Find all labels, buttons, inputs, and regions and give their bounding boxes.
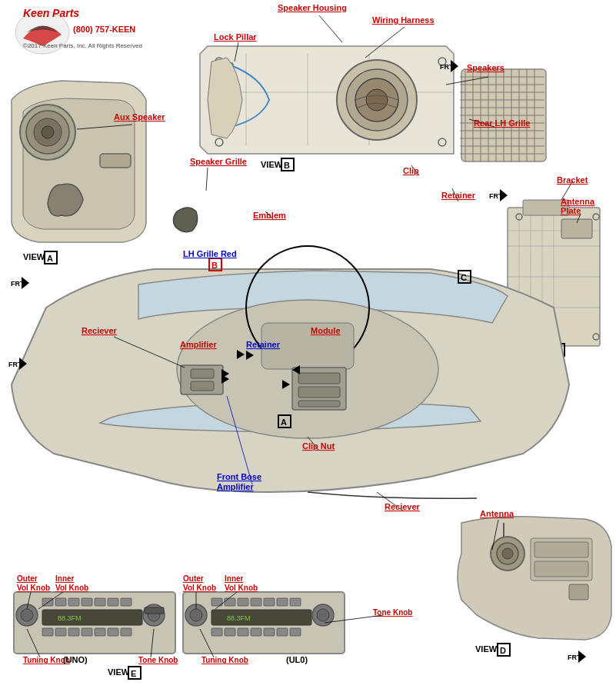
reciever-bottom-label: Reciever	[385, 502, 421, 511]
svg-rect-131	[238, 628, 248, 636]
reciever-left-label: Reciever	[82, 326, 118, 335]
module-label: Module	[311, 326, 341, 335]
svg-text:B: B	[211, 261, 218, 270]
svg-point-12	[366, 89, 388, 111]
svg-rect-118	[145, 607, 164, 614]
svg-text:VIEW: VIEW	[23, 252, 45, 261]
outer-vol-knob-1-line2: Vol Knob	[17, 584, 50, 592]
svg-rect-123	[251, 598, 261, 606]
parts-diagram-svg: (800) 757-KEEN ©2017 Keen Parts, Inc. Al…	[0, 0, 616, 692]
svg-text:88.3FM: 88.3FM	[58, 614, 82, 622]
wiring-harness-label: Wiring Harness	[372, 15, 435, 25]
antenna-label: Antenna	[480, 509, 514, 518]
svg-rect-80	[298, 387, 340, 398]
svg-rect-98	[42, 598, 53, 606]
svg-point-137	[190, 609, 202, 621]
front-bose-amp-label2: Amplifier	[217, 482, 254, 491]
retainer-mid-label: Retainer	[246, 340, 281, 349]
outer-vol-knob-2-line1: Outer	[183, 574, 204, 583]
svg-rect-90	[534, 561, 588, 577]
outer-vol-knob-2-line2: Vol Knob	[183, 584, 216, 592]
svg-rect-125	[277, 598, 288, 606]
svg-rect-109	[68, 628, 79, 636]
svg-rect-76	[191, 369, 214, 378]
svg-rect-108	[55, 628, 66, 636]
view-e-text: VIEW	[108, 667, 130, 677]
rear-lh-grille-label: Rear LH Grille	[474, 118, 530, 128]
svg-rect-77	[191, 381, 214, 391]
speakers-label: Speakers	[467, 63, 504, 72]
svg-rect-79	[298, 373, 340, 384]
svg-text:D: D	[500, 646, 506, 655]
svg-rect-124	[264, 598, 275, 606]
svg-text:B: B	[284, 161, 290, 170]
speaker-housing-label: Speaker Housing	[278, 3, 347, 12]
svg-rect-104	[121, 598, 132, 606]
inner-vol-knob-2-line1: Inner	[225, 574, 244, 583]
front-bose-amp-label: Front Bose	[217, 472, 261, 481]
svg-point-139	[317, 609, 329, 621]
radio-panel-uno: 88.3FM	[14, 592, 175, 654]
svg-text:A: A	[47, 254, 53, 263]
uno-label: (UNO)	[63, 655, 88, 664]
svg-point-115	[21, 609, 33, 621]
svg-rect-99	[55, 598, 66, 606]
svg-text:VIEW: VIEW	[475, 644, 498, 654]
svg-rect-111	[95, 628, 105, 636]
svg-text:88.3FM: 88.3FM	[227, 614, 251, 622]
svg-text:FRT: FRT	[568, 654, 581, 661]
clip-nut-label: Clip Nut	[302, 441, 335, 451]
svg-rect-132	[251, 628, 261, 636]
main-car-body	[12, 246, 569, 492]
svg-text:C: C	[461, 273, 467, 282]
antenna-plate-label: Antenna	[561, 197, 595, 206]
svg-rect-102	[95, 598, 105, 606]
svg-rect-112	[108, 628, 118, 636]
svg-text:FRT: FRT	[489, 192, 503, 200]
svg-point-87	[502, 548, 513, 559]
antenna-plate-label2: Plate	[561, 206, 581, 215]
outer-vol-knob-1-line1: Outer	[17, 574, 38, 583]
bracket-label: Bracket	[557, 175, 588, 185]
inner-vol-knob-1-line1: Inner	[55, 574, 75, 583]
svg-rect-100	[68, 598, 79, 606]
svg-rect-107	[42, 628, 53, 636]
svg-text:©2017 Keen Parts, Inc. All Rig: ©2017 Keen Parts, Inc. All Rights Reserv…	[23, 42, 142, 49]
svg-rect-110	[82, 628, 92, 636]
tone-knob-1-label: Tone Knob	[138, 656, 178, 664]
svg-rect-103	[108, 598, 118, 606]
svg-text:FRT: FRT	[440, 63, 454, 71]
svg-text:VIEW: VIEW	[261, 160, 283, 169]
retainer-top-label: Retainer	[441, 191, 476, 200]
tuning-knob-2-label: Tuning Knob	[201, 656, 248, 664]
svg-rect-135	[290, 628, 301, 636]
svg-rect-126	[290, 598, 301, 606]
svg-rect-130	[225, 628, 235, 636]
svg-text:Keen Parts: Keen Parts	[23, 7, 79, 19]
svg-rect-91	[569, 584, 588, 600]
svg-rect-101	[82, 598, 92, 606]
svg-rect-134	[277, 628, 288, 636]
svg-rect-122	[238, 598, 248, 606]
svg-text:FRT: FRT	[11, 280, 25, 288]
svg-rect-121	[225, 598, 235, 606]
svg-rect-81	[298, 401, 340, 407]
emblem-label: Emblem	[253, 211, 286, 220]
amplifier-label: Amplifier	[180, 340, 217, 349]
inner-vol-knob-2-line2: Vol Knob	[225, 584, 258, 592]
lock-pillar-label: Lock Pillar	[214, 32, 257, 42]
svg-rect-113	[121, 628, 132, 636]
svg-text:A: A	[281, 418, 287, 427]
inner-vol-knob-1-line2: Vol Knob	[55, 584, 88, 592]
svg-text:(800) 757-KEEN: (800) 757-KEEN	[73, 25, 135, 34]
ul0-label: (UL0)	[286, 655, 308, 664]
clip-label: Clip	[403, 166, 419, 175]
svg-rect-62	[100, 154, 131, 168]
main-container: (800) 757-KEEN ©2017 Keen Parts, Inc. Al…	[0, 0, 616, 692]
speaker-grille-label: Speaker Grille	[190, 157, 247, 166]
lh-grille-red-label: LH Grille Red	[183, 249, 237, 258]
aux-speaker-label: Aux Speaker	[114, 112, 165, 121]
svg-text:FRT: FRT	[8, 361, 22, 368]
svg-rect-129	[211, 628, 222, 636]
view-e-letter: E	[131, 669, 136, 678]
